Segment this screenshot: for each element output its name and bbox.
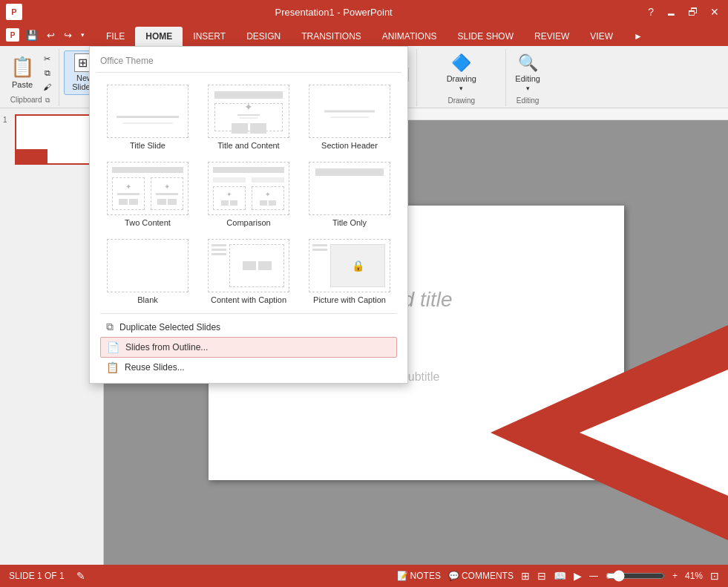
format-painter-button[interactable]: 🖌 xyxy=(40,81,54,93)
layout-picture-caption[interactable]: 🔒 Picture with Caption xyxy=(302,236,397,307)
edit-mode-icon: ✎ xyxy=(76,570,85,582)
layout-thumb-blank xyxy=(107,239,188,292)
view-reading-btn[interactable]: 📖 xyxy=(554,570,566,582)
ribbon-tabs: FILE HOME INSERT DESIGN TRANSITIONS ANIM… xyxy=(93,24,728,46)
drawing-label: Drawing xyxy=(447,95,475,105)
tab-design[interactable]: DESIGN xyxy=(236,27,291,46)
slides-from-outline-item[interactable]: 📄 Slides from Outline... xyxy=(100,337,397,358)
layout-blank[interactable]: Blank xyxy=(100,236,195,307)
drawing-icon: 🔷 xyxy=(451,53,471,73)
layout-content-caption[interactable]: Content with Caption xyxy=(201,236,296,307)
layout-label-blank: Blank xyxy=(137,295,158,304)
tab-transitions[interactable]: TRANSITIONS xyxy=(291,27,372,46)
editing-content: 🔍 Editing ▾ xyxy=(511,50,545,95)
layout-thumb-two-content: ✦ ✦ xyxy=(107,162,188,215)
dropdown-title: Office Theme xyxy=(96,53,401,73)
cut-icon: ✂ xyxy=(44,54,50,64)
layout-label-comparison: Comparison xyxy=(226,218,270,227)
comments-icon: 💬 xyxy=(448,571,459,581)
layout-label-title-slide: Title Slide xyxy=(130,141,165,150)
copy-icon: ⧉ xyxy=(45,68,50,78)
title-bar: P Presentation1 - PowerPoint ? 🗕 🗗 ✕ xyxy=(0,0,728,24)
help-button[interactable]: ? xyxy=(645,4,657,19)
reuse-icon: 📋 xyxy=(106,361,119,373)
slide-thumb-1[interactable]: 1 xyxy=(3,114,100,165)
notes-btn[interactable]: 📝 NOTES xyxy=(397,571,441,581)
zoom-in-btn[interactable]: + xyxy=(672,571,678,581)
clipboard-label: Clipboard ⧉ xyxy=(10,94,50,105)
notes-icon: 📝 xyxy=(397,571,408,581)
status-bar: SLIDE 1 OF 1 ✎ 📝 NOTES 💬 COMMENTS ⊞ ⊟ 📖 … xyxy=(0,565,728,587)
layout-thumb-title-content: ✦ xyxy=(208,85,289,138)
duplicate-icon: ⧉ xyxy=(106,321,114,333)
layout-thumb-section xyxy=(309,85,390,138)
duplicate-slides-item[interactable]: ⧉ Duplicate Selected Slides xyxy=(100,317,397,337)
paste-label: Paste xyxy=(12,80,33,89)
editing-button[interactable]: 🔍 Editing ▾ xyxy=(511,51,545,94)
layout-label-picture-caption: Picture with Caption xyxy=(313,295,386,304)
layout-label-content-caption: Content with Caption xyxy=(211,295,286,304)
app-logo: P xyxy=(6,4,22,20)
layout-label-section: Section Header xyxy=(321,141,378,150)
drawing-button[interactable]: 🔷 Drawing ▾ xyxy=(442,51,481,94)
tab-home[interactable]: HOME xyxy=(135,27,183,46)
comments-btn[interactable]: 💬 COMMENTS xyxy=(448,571,514,581)
layout-comparison[interactable]: ✦ ✦ xyxy=(201,159,296,230)
drawing-content: 🔷 Drawing ▾ xyxy=(442,50,481,95)
view-normal-btn[interactable]: ⊞ xyxy=(521,570,530,582)
reuse-label: Reuse Slides... xyxy=(125,362,185,373)
paste-icon: 📋 xyxy=(10,56,34,79)
more-quick-btn[interactable]: ▾ xyxy=(79,30,87,39)
tab-slideshow[interactable]: SLIDE SHOW xyxy=(447,27,524,46)
title-bar-left: P xyxy=(6,4,22,20)
zoom-slider[interactable] xyxy=(606,570,665,582)
format-painter-icon: 🖌 xyxy=(43,82,51,91)
editing-group: 🔍 Editing ▾ Editing xyxy=(506,49,549,106)
window-title: Presentation1 - PowerPoint xyxy=(275,7,392,18)
view-slide-sorter-btn[interactable]: ⊟ xyxy=(537,570,546,582)
red-arrow-graphic xyxy=(461,325,728,542)
close-button[interactable]: ✕ xyxy=(707,4,722,19)
zoom-out-btn[interactable]: — xyxy=(589,571,598,581)
layout-thumb-content-caption xyxy=(208,239,289,292)
tab-animations[interactable]: ANIMATIONS xyxy=(372,27,447,46)
slide-thumb-decoration xyxy=(16,149,47,163)
minimize-button[interactable]: 🗕 xyxy=(663,4,679,19)
tab-review[interactable]: REVIEW xyxy=(524,27,580,46)
layout-thumb-title-only xyxy=(309,162,390,215)
restore-button[interactable]: 🗗 xyxy=(685,4,701,19)
fit-slide-btn[interactable]: ⊡ xyxy=(710,570,719,582)
tab-view[interactable]: VIEW xyxy=(580,27,623,46)
paste-button[interactable]: 📋 Paste xyxy=(6,51,39,94)
tab-file[interactable]: FILE xyxy=(96,27,135,46)
layout-title-slide[interactable]: Title Slide xyxy=(100,82,195,153)
layout-label-two-content: Two Content xyxy=(125,218,171,227)
layout-title-content[interactable]: ✦ Title and Content xyxy=(201,82,296,153)
tab-more[interactable]: ► xyxy=(623,27,653,46)
layout-two-content[interactable]: ✦ ✦ xyxy=(100,159,195,230)
undo-btn[interactable]: ↩ xyxy=(45,29,57,42)
window-controls: ? 🗕 🗗 ✕ xyxy=(645,4,722,19)
reuse-slides-item[interactable]: 📋 Reuse Slides... xyxy=(100,358,397,377)
layout-label-title-only: Title Only xyxy=(332,218,367,227)
ppt-logo-ribbon: P xyxy=(6,28,19,42)
redo-btn[interactable]: ↪ xyxy=(62,29,74,42)
clipboard-group: 📋 Paste ✂ ⧉ 🖌 Clipboard ⧉ xyxy=(1,49,59,106)
status-bar-right: 📝 NOTES 💬 COMMENTS ⊞ ⊟ 📖 ▶ — + 41% ⊡ xyxy=(397,570,719,582)
save-quick-btn[interactable]: 💾 xyxy=(24,29,40,42)
duplicate-label: Duplicate Selected Slides xyxy=(119,322,220,332)
new-slide-dropdown: Office Theme Title Slide ✦ xyxy=(89,46,408,384)
drawing-group: 🔷 Drawing ▾ Drawing xyxy=(417,49,506,106)
from-outline-icon: 📄 xyxy=(107,341,119,353)
editing-icon: 🔍 xyxy=(518,53,538,73)
layout-title-only[interactable]: Title Only xyxy=(302,159,397,230)
copy-button[interactable]: ⧉ xyxy=(40,67,54,79)
slide-show-btn[interactable]: ▶ xyxy=(574,570,582,582)
slide-info: SLIDE 1 OF 1 xyxy=(9,571,65,581)
layout-thumb-comparison: ✦ ✦ xyxy=(208,162,289,215)
cut-button[interactable]: ✂ xyxy=(40,53,54,65)
layout-thumb-picture-caption: 🔒 xyxy=(309,239,390,292)
tab-insert[interactable]: INSERT xyxy=(183,27,236,46)
slide-thumbnail-1[interactable] xyxy=(15,114,95,165)
layout-section-header[interactable]: Section Header xyxy=(302,82,397,153)
